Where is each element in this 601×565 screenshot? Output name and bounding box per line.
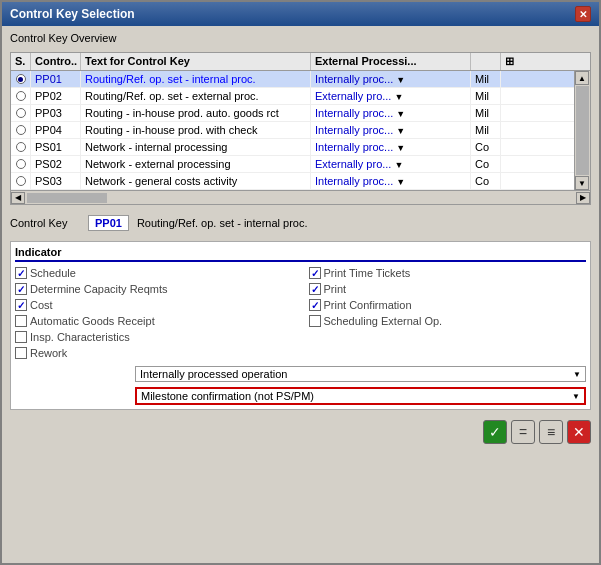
radio-dot [16,125,26,135]
indicator-item-print[interactable]: Print [309,282,587,296]
scroll-thumb-h[interactable] [27,193,107,203]
table-row[interactable]: PP04Routing - in-house prod. with checkI… [11,122,574,139]
radio-dot [16,108,26,118]
radio-cell[interactable] [11,139,31,155]
label-print: Print [324,283,347,295]
label-det-cap: Determine Capacity Reqmts [30,283,168,295]
indicator-empty [309,330,587,344]
indicator-item-cost[interactable]: Cost [15,298,293,312]
table-row[interactable]: PP02Routing/Ref. op. set - external proc… [11,88,574,105]
th-ctrl: Contro.. [31,53,81,70]
list-button[interactable]: ≡ [539,420,563,444]
radio-cell[interactable] [11,173,31,189]
indicator-item-insp-char[interactable]: Insp. Characteristics [15,330,293,344]
checkbox-det-cap[interactable] [15,283,27,295]
radio-cell[interactable] [11,122,31,138]
indicator-empty [309,346,587,360]
ctrl-cell: PS03 [31,173,81,189]
table-row[interactable]: PS01Network - internal processingInterna… [11,139,574,156]
ctrl-cell: PP04 [31,122,81,138]
indicator-item-sched-ext[interactable]: Scheduling External Op. [309,314,587,328]
label-insp-char: Insp. Characteristics [30,331,130,343]
dropdown1-value: Internally processed operation [140,368,287,380]
label-schedule: Schedule [30,267,76,279]
indicator-item-rework[interactable]: Rework [15,346,293,360]
dropdown-section: Internally processed operation ▼ Milesto… [15,364,586,405]
checkbox-auto-goods[interactable] [15,315,27,327]
checkbox-print[interactable] [309,283,321,295]
equals-button[interactable]: = [511,420,535,444]
dropdown1[interactable]: Internally processed operation ▼ [135,366,586,382]
ext-cell: Externally pro... ▼ [311,156,471,172]
extra-cell: Co [471,173,501,189]
checkbox-schedule[interactable] [15,267,27,279]
scroll-up-btn[interactable]: ▲ [575,71,589,85]
indicator-item-print-confirm[interactable]: Print Confirmation [309,298,587,312]
radio-cell[interactable] [11,156,31,172]
th-ext: External Processi... [311,53,471,70]
checkbox-print-confirm[interactable] [309,299,321,311]
dropdown2[interactable]: Milestone confirmation (not PS/PM) ▼ [135,387,586,405]
main-window: Control Key Selection ✕ Control Key Over… [0,0,601,565]
checkbox-cost[interactable] [15,299,27,311]
close-button[interactable]: ✕ [575,6,591,22]
label-rework: Rework [30,347,67,359]
control-key-label: Control Key [10,217,80,229]
radio-dot [16,176,26,186]
checkbox-print-time[interactable] [309,267,321,279]
label-auto-goods: Automatic Goods Receipt [30,315,155,327]
th-text: Text for Control Key [81,53,311,70]
label-print-confirm: Print Confirmation [324,299,412,311]
radio-cell[interactable] [11,105,31,121]
label-print-time: Print Time Tickets [324,267,411,279]
text-cell: Routing - in-house prod. with check [81,122,311,138]
radio-dot [16,74,26,84]
dropdown2-row: Milestone confirmation (not PS/PM) ▼ [15,387,586,405]
scroll-thumb[interactable] [576,86,589,175]
radio-dot [16,91,26,101]
radio-dot [16,159,26,169]
table-container: S. Contro.. Text for Control Key Externa… [10,52,591,205]
ext-cell: Externally pro... ▼ [311,88,471,104]
indicator-item-auto-goods[interactable]: Automatic Goods Receipt [15,314,293,328]
radio-dot [16,142,26,152]
window-title: Control Key Selection [10,7,135,21]
table-row[interactable]: PS02Network - external processingExterna… [11,156,574,173]
footer-buttons: ✓ = ≡ ✕ [10,416,591,446]
table-row[interactable]: PS03Network - general costs activityInte… [11,173,574,190]
indicator-item-print-time[interactable]: Print Time Tickets [309,266,587,280]
indicator-grid: SchedulePrint Time TicketsDetermine Capa… [15,266,586,360]
label-cost: Cost [30,299,53,311]
confirm-button[interactable]: ✓ [483,420,507,444]
table-row[interactable]: PP01Routing/Ref. op. set - internal proc… [11,71,574,88]
th-sel: S. [11,53,31,70]
control-key-value: PP01 [88,215,129,231]
indicator-item-schedule[interactable]: Schedule [15,266,293,280]
table-row[interactable]: PP03Routing - in-house prod. auto. goods… [11,105,574,122]
extra-cell: Mil [471,88,501,104]
text-cell: Routing - in-house prod. auto. goods rct [81,105,311,121]
dropdown2-value: Milestone confirmation (not PS/PM) [141,390,314,402]
checkbox-insp-char[interactable] [15,331,27,343]
cancel-button[interactable]: ✕ [567,420,591,444]
text-cell: Routing/Ref. op. set - external proc. [81,88,311,104]
dropdown1-row: Internally processed operation ▼ [15,366,586,382]
indicator-title: Indicator [15,246,586,262]
ctrl-cell: PS02 [31,156,81,172]
control-key-row: Control Key PP01 Routing/Ref. op. set - … [10,211,591,235]
title-bar: Control Key Selection ✕ [2,2,599,26]
radio-cell[interactable] [11,71,31,87]
horizontal-scrollbar[interactable]: ◀ ▶ [11,190,590,204]
checkbox-rework[interactable] [15,347,27,359]
scroll-down-btn[interactable]: ▼ [575,176,589,190]
checkbox-sched-ext[interactable] [309,315,321,327]
th-scroll: ⊞ [501,53,517,70]
vertical-scrollbar[interactable]: ▲ ▼ [574,71,590,190]
overview-label: Control Key Overview [10,32,591,44]
text-cell: Network - external processing [81,156,311,172]
text-cell: Network - internal processing [81,139,311,155]
radio-cell[interactable] [11,88,31,104]
indicator-item-det-cap[interactable]: Determine Capacity Reqmts [15,282,293,296]
scroll-left-btn[interactable]: ◀ [11,192,25,204]
scroll-right-btn[interactable]: ▶ [576,192,590,204]
